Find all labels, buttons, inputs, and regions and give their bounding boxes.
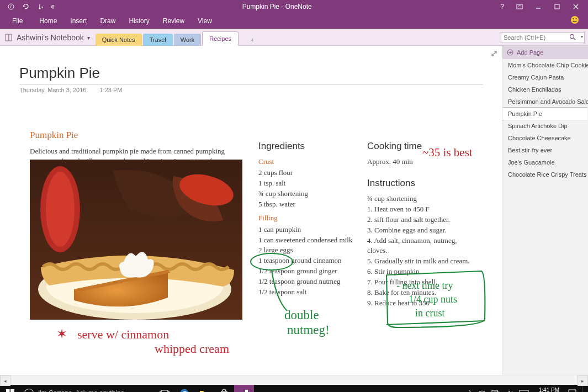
instruction-step: 9. Reduce heat to 350 <box>367 298 478 309</box>
tray-volume-icon[interactable] <box>505 390 513 393</box>
instructions-column: Cooking time Approx. 40 min Instructions… <box>367 140 478 308</box>
filling-item: 1 can sweetened condensed milk <box>258 235 358 246</box>
maximize-icon[interactable] <box>554 3 560 10</box>
page-item[interactable]: Chocolate Cheesecake <box>502 132 588 144</box>
tab-draw[interactable]: Draw <box>93 13 122 29</box>
crust-item: 5 tbsp. water <box>258 199 358 210</box>
page-title[interactable]: Pumpkin Pie <box>19 65 483 84</box>
page-item[interactable]: Chocolate Rice Crispy Treats <box>502 168 588 181</box>
ink-red-serve-1: serve w/ cinnamon <box>77 327 169 341</box>
scroll-right-button[interactable]: ▸ <box>578 375 588 386</box>
expand-page-icon[interactable] <box>491 50 497 57</box>
tab-file[interactable]: File <box>6 13 29 29</box>
page-item[interactable]: Mom's Chocolate Chip Cookies <box>502 59 588 71</box>
page-item[interactable]: Best stir-fry ever <box>502 144 588 156</box>
tab-view[interactable]: View <box>191 13 219 29</box>
section-tab-recipes[interactable]: Recipes <box>202 31 239 46</box>
filling-item: 1/2 teaspoon salt <box>258 287 358 298</box>
notebook-name: Ashwini's Notebook <box>17 33 84 42</box>
add-section-button[interactable]: + <box>240 34 265 46</box>
notebook-icon <box>4 34 13 41</box>
folder-icon <box>199 389 209 393</box>
tray-onedrive-icon[interactable] <box>477 390 486 393</box>
section-tab-quick-notes[interactable]: Quick Notes <box>96 34 142 46</box>
tab-home[interactable]: Home <box>33 13 63 29</box>
search-scope-dropdown[interactable]: ▾ <box>581 34 583 39</box>
ingredients-heading: Ingredients <box>258 140 358 153</box>
filling-item: 1 can pumpkin <box>258 225 358 235</box>
taskbar-app-file-explorer[interactable] <box>194 385 214 392</box>
instructions-heading: Instructions <box>367 177 478 190</box>
feedback-smiley-icon[interactable] <box>570 15 579 24</box>
page-item-selected[interactable]: Pumpkin Pie <box>502 107 587 120</box>
instruction-step: 6. Stir in pumpkin. <box>367 267 478 277</box>
section-tab-travel[interactable]: Travel <box>143 34 173 46</box>
add-page-button[interactable]: Add Page <box>502 46 588 59</box>
tray-keyboard-icon[interactable] <box>519 390 529 392</box>
ink-green-double-2: nutmeg! <box>287 323 330 337</box>
filling-heading: Filling <box>258 213 358 224</box>
task-view-icon <box>160 389 169 392</box>
svg-point-13 <box>46 172 75 247</box>
svg-point-1 <box>39 8 41 9</box>
page-item[interactable]: Creamy Cajun Pasta <box>502 71 588 83</box>
instruction-step: 5. Gradually stir in milk and cream. <box>367 256 478 267</box>
page-metadata: Thursday, March 3, 2016 1:23 PM <box>19 87 122 93</box>
page-list: Mom's Chocolate Chip Cookies Creamy Caju… <box>502 59 588 375</box>
page-item[interactable]: Chicken Enchiladas <box>502 83 588 96</box>
crust-item: ¾ cup shortening <box>258 189 358 199</box>
back-icon[interactable] <box>8 3 14 10</box>
taskbar-app-edge[interactable] <box>174 385 194 392</box>
search-icon[interactable] <box>569 34 576 40</box>
taskbar-app-store[interactable] <box>214 385 234 392</box>
ribbon-display-icon[interactable] <box>516 3 523 10</box>
ribbon: File Home Insert Draw History Review Vie… <box>0 13 588 29</box>
page-item[interactable]: Spinach Artichoke Dip <box>502 120 588 132</box>
qat-more-icon[interactable]: ⋷ <box>51 4 55 10</box>
svg-point-7 <box>576 18 577 19</box>
tab-review[interactable]: Review <box>156 13 191 29</box>
help-icon[interactable]: ? <box>500 3 504 10</box>
instruction-step: 4. Add salt, cinnamon, nutmeg, cloves. <box>367 236 478 257</box>
crust-heading: Crust <box>258 157 358 167</box>
undo-icon[interactable] <box>22 3 29 10</box>
filling-item: 2 large eggs <box>258 245 358 256</box>
svg-rect-9 <box>9 34 12 41</box>
tray-overflow-icon[interactable]: ˄ <box>468 390 472 393</box>
close-icon[interactable] <box>573 3 579 10</box>
page-item[interactable]: Joe's Guacamole <box>502 156 588 168</box>
svg-rect-21 <box>10 389 14 393</box>
svg-point-6 <box>573 18 574 19</box>
touch-mode-icon[interactable]: ▾ <box>36 3 43 10</box>
recipe-title: Pumpkin Pie <box>30 130 240 141</box>
store-icon <box>220 389 229 392</box>
svg-point-0 <box>8 4 14 9</box>
notebook-picker[interactable]: Ashwini's Notebook ▾ <box>0 33 96 45</box>
crust-item: 1 tsp. salt <box>258 178 358 189</box>
ingredients-column: Ingredients Crust 2 cups flour 1 tsp. sa… <box>258 140 358 298</box>
tray-network-icon[interactable] <box>491 390 500 393</box>
page-time: 1:23 PM <box>99 87 122 93</box>
notebook-section-bar: Ashwini's Notebook ▾ Quick Notes Travel … <box>0 29 588 46</box>
horizontal-scrollbar[interactable]: ◂ ▸ <box>0 375 588 385</box>
recipe-photo <box>30 160 242 320</box>
filling-item: 1/2 teaspoon ground ginger <box>258 266 358 277</box>
task-view-button[interactable] <box>155 385 174 392</box>
minimize-icon[interactable] <box>535 3 542 10</box>
page-item[interactable]: Persimmon and Avocado Salad <box>502 96 588 108</box>
tray-clock[interactable]: 1:41 PM 3/3/2016 <box>534 387 563 393</box>
taskbar-app-onenote[interactable]: N <box>234 385 254 392</box>
cortana-icon <box>24 389 34 393</box>
tab-insert[interactable]: Insert <box>63 13 93 29</box>
plus-circle-icon <box>507 49 513 56</box>
scroll-left-button[interactable]: ◂ <box>0 375 10 386</box>
window-controls: ? <box>491 3 588 10</box>
search-box[interactable]: ▾ <box>501 32 585 43</box>
instruction-step: 7. Pour filling into shell. <box>367 277 478 288</box>
tray-action-center-icon[interactable] <box>568 389 576 392</box>
cortana-search[interactable]: I'm Cortana. Ask me anything. <box>20 385 155 392</box>
svg-text:✶: ✶ <box>56 327 67 341</box>
section-tab-work[interactable]: Work <box>174 34 201 46</box>
page-canvas[interactable]: Pumpkin Pie Thursday, March 3, 2016 1:23… <box>0 46 502 375</box>
tab-history[interactable]: History <box>122 13 156 29</box>
